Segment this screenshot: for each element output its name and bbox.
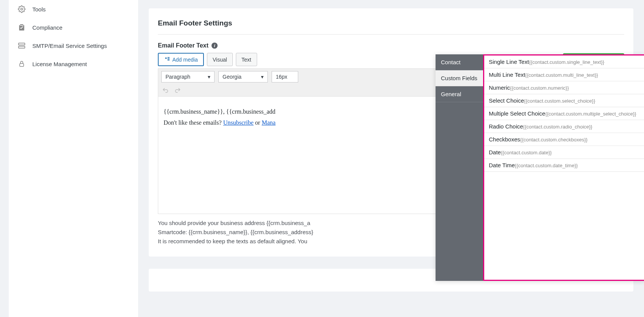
- smartcode-code: {{contact.custom.checkboxes}}: [520, 137, 588, 143]
- block-format-select[interactable]: Paragraph ▾: [161, 71, 215, 82]
- smartcode-code: {{contact.custom.multi_line_text}}: [525, 72, 598, 78]
- field-label: Email Footer Text: [158, 42, 208, 49]
- smartcode-item[interactable]: Radio Choice{{contact.custom.radio_choic…: [484, 120, 644, 133]
- manage-link[interactable]: Mana: [262, 119, 275, 126]
- smartcode-code: {{contact.custom.numeric}}: [510, 85, 569, 91]
- redo-icon[interactable]: [173, 86, 182, 95]
- editor-line2-sep: or: [255, 119, 262, 126]
- sidebar-item-label: SMTP/Email Service Settings: [32, 43, 107, 49]
- add-media-label: Add media: [172, 57, 198, 63]
- sidebar: Tools Compliance SMTP/Email Service Sett…: [9, 0, 138, 317]
- svg-point-6: [165, 57, 167, 59]
- smartcode-label: Checkboxes: [489, 136, 520, 143]
- smartcode-item[interactable]: Date Time{{contact.custom.date_time}}: [484, 159, 644, 172]
- smartcodes-tab-contact[interactable]: Contact: [436, 54, 483, 70]
- sidebar-item-tools[interactable]: Tools: [9, 0, 138, 18]
- smartcodes-popup: Contact Custom Fields General Single Lin…: [436, 54, 644, 281]
- smartcode-item[interactable]: Select Choice{{contact.custom.select_cho…: [484, 94, 644, 107]
- smartcode-label: Radio Choice: [489, 123, 523, 130]
- smartcodes-list: Single Line Text{{contact.custom.single_…: [483, 54, 644, 281]
- smartcode-label: Date: [489, 149, 501, 155]
- hint-line3: It is recommended to keep the texts as d…: [158, 237, 307, 246]
- main-content: Email Footer Settings Email Footer Text …: [138, 0, 644, 317]
- smartcode-code: {{contact.custom.select_choice}}: [524, 98, 595, 104]
- smartcode-code: {{contact.custom.date_time}}: [515, 163, 578, 168]
- lock-icon: [18, 60, 25, 68]
- visual-tab-button[interactable]: Visual: [207, 53, 233, 66]
- smartcode-code: {{contact.custom.multiple_select_choice}…: [545, 111, 636, 117]
- undo-icon[interactable]: [161, 86, 170, 95]
- panel-title: Email Footer Settings: [158, 19, 624, 35]
- text-tab-button[interactable]: Text: [236, 53, 257, 66]
- smartcodes-tabs: Contact Custom Fields General: [436, 54, 483, 281]
- sidebar-item-smtp[interactable]: SMTP/Email Service Settings: [9, 36, 138, 55]
- sidebar-item-label: Tools: [32, 6, 46, 13]
- smartcode-code: {{contact.custom.single_line_text}}: [529, 59, 604, 65]
- smartcode-label: Multi Line Text: [489, 71, 525, 78]
- caret-down-icon: ▾: [261, 74, 264, 80]
- svg-point-0: [21, 8, 23, 10]
- clipboard-icon: [18, 24, 25, 31]
- smartcode-label: Single Line Text: [489, 59, 529, 65]
- smartcode-code: {{contact.custom.date}}: [501, 150, 552, 155]
- info-icon[interactable]: i: [211, 43, 218, 49]
- smartcode-code: {{contact.custom.radio_choice}}: [523, 124, 592, 130]
- hint-line1: You should provide your business address…: [158, 219, 310, 228]
- svg-rect-5: [20, 63, 24, 67]
- svg-rect-2: [19, 46, 25, 48]
- block-format-value: Paragraph: [165, 74, 190, 80]
- smartcode-label: Multiple Select Choice: [489, 110, 545, 117]
- sidebar-item-compliance[interactable]: Compliance: [9, 18, 138, 36]
- sidebar-item-label: License Management: [32, 61, 87, 67]
- font-size-select[interactable]: 16px: [272, 71, 298, 82]
- smartcode-label: Select Choice: [489, 97, 524, 104]
- smartcode-item[interactable]: Single Line Text{{contact.custom.single_…: [484, 55, 644, 68]
- caret-down-icon: ▾: [208, 74, 210, 80]
- smartcode-item[interactable]: Checkboxes{{contact.custom.checkboxes}}: [484, 133, 644, 146]
- smartcode-item[interactable]: Numeric{{contact.custom.numeric}}: [484, 81, 644, 94]
- sidebar-item-license[interactable]: License Management: [9, 55, 138, 73]
- smartcodes-tab-custom-fields[interactable]: Custom Fields: [436, 70, 483, 86]
- sidebar-item-label: Compliance: [32, 24, 62, 31]
- svg-rect-1: [19, 43, 25, 45]
- smartcode-item[interactable]: Multiple Select Choice{{contact.custom.m…: [484, 107, 644, 120]
- smartcode-label: Date Time: [489, 162, 515, 168]
- smartcodes-tab-general[interactable]: General: [436, 86, 483, 102]
- server-icon: [18, 42, 25, 49]
- editor-line1: {{crm.business_name}}, {{crm.business_ad…: [164, 108, 275, 115]
- smartcode-item[interactable]: Multi Line Text{{contact.custom.multi_li…: [484, 68, 644, 81]
- gear-icon: [18, 5, 25, 13]
- font-family-select[interactable]: Georgia ▾: [218, 71, 268, 82]
- media-icon: [164, 56, 170, 63]
- editor-line2-text: Don't like these emails?: [164, 119, 223, 126]
- font-size-value: 16px: [276, 74, 287, 80]
- unsubscribe-link[interactable]: Unsubscribe: [223, 119, 254, 126]
- smartcode-label: Numeric: [489, 84, 510, 91]
- smartcode-item[interactable]: Date{{contact.custom.date}}: [484, 146, 644, 159]
- hint-line2a: Smartcode: {{crm.business_name}}, {{crm.…: [158, 228, 313, 237]
- font-family-value: Georgia: [223, 74, 242, 80]
- add-media-button[interactable]: Add media: [158, 53, 204, 66]
